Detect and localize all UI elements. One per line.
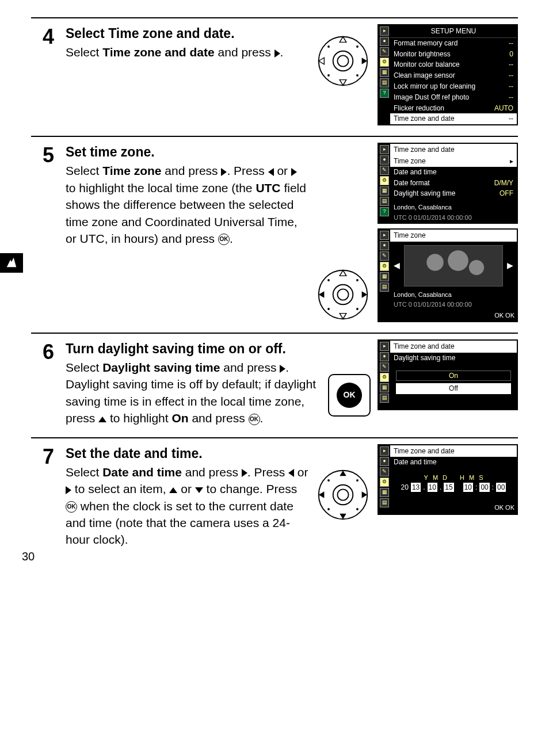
menu-row: Time zone▸ bbox=[390, 156, 517, 167]
menu-row: Format memory card-- bbox=[390, 38, 517, 49]
svg-point-8 bbox=[333, 285, 353, 305]
svg-point-11 bbox=[356, 279, 359, 281]
step-number: 5 bbox=[31, 143, 54, 322]
right-triangle-icon bbox=[242, 469, 247, 477]
menu-row: Date and time bbox=[390, 167, 517, 178]
dt-labels: YMD HMS bbox=[390, 474, 517, 482]
menu-icon: ▸ bbox=[380, 26, 389, 36]
setup-menu-screen: ▸ ● ✎ ⚙ ▦ ▤ ? SETUP MENU Format memory c… bbox=[378, 24, 518, 125]
step-title: Set time zone. bbox=[66, 143, 308, 161]
up-triangle-icon bbox=[169, 487, 177, 493]
screen-subtitle: Date and time bbox=[394, 457, 437, 467]
menu-icon: ● bbox=[380, 37, 389, 46]
dpad-all-diagram bbox=[315, 467, 371, 522]
svg-point-18 bbox=[356, 479, 359, 482]
menu-icon: ✎ bbox=[380, 47, 389, 56]
right-triangle-icon bbox=[274, 49, 280, 58]
map-right-arrow: ▶ bbox=[507, 260, 513, 272]
tz-location: London, Casablanca bbox=[390, 290, 517, 300]
svg-point-9 bbox=[337, 289, 348, 300]
screen-title: Time zone and date bbox=[394, 145, 455, 155]
step-6: 6 Turn daylight saving time on or off. S… bbox=[31, 333, 518, 437]
tz-date-rows: Time zone▸Date and timeDate formatD/M/YD… bbox=[390, 156, 517, 199]
menu-row: Lock mirror up for cleaning-- bbox=[390, 81, 517, 92]
menu-row: Monitor brightness0 bbox=[390, 49, 517, 60]
menu-row: Monitor color balance-- bbox=[390, 59, 517, 70]
world-map bbox=[404, 245, 503, 287]
menu-icon: ▤ bbox=[380, 78, 389, 87]
date-time-screen: ▸●✎ ⚙▦▤ Time zone and date Date and time… bbox=[378, 444, 518, 515]
svg-point-5 bbox=[327, 74, 330, 77]
ok-icon: OK bbox=[218, 234, 230, 245]
ok-button-diagram: OK bbox=[328, 374, 371, 417]
svg-point-1 bbox=[333, 51, 353, 71]
step-4: 4 Select Time zone and date. Select Time… bbox=[31, 17, 518, 136]
menu-icon: ? bbox=[380, 89, 389, 98]
ok-hint: OK OK bbox=[390, 502, 517, 513]
screen-title: Time zone and date bbox=[394, 446, 455, 456]
menu-row: Time zone and date-- bbox=[390, 113, 517, 124]
svg-point-20 bbox=[356, 508, 359, 510]
svg-point-16 bbox=[337, 489, 348, 500]
dt-values: 2013. 10. 15 10:00:00 bbox=[390, 483, 517, 492]
map-left-arrow: ◀ bbox=[394, 260, 400, 272]
tz-utc: UTC 0 01/01/2014 00:00:00 bbox=[390, 213, 517, 223]
svg-point-15 bbox=[333, 484, 353, 505]
menu-row: Daylight saving timeOFF bbox=[390, 188, 517, 199]
dst-option-on: On bbox=[396, 371, 511, 381]
up-triangle-icon bbox=[98, 417, 106, 422]
step-number: 6 bbox=[31, 339, 54, 427]
menu-icon: ⚙ bbox=[380, 58, 389, 67]
step-desc: Select Date and time and press . Press o… bbox=[66, 464, 308, 548]
step-desc: Select Time zone and date and press . bbox=[66, 44, 308, 60]
step-number: 7 bbox=[31, 444, 54, 548]
step-desc: Select Time zone and press . Press or to… bbox=[66, 162, 308, 247]
step-5: 5 Set time zone. Select Time zone and pr… bbox=[31, 136, 518, 333]
side-tab-icon bbox=[0, 253, 23, 273]
svg-point-3 bbox=[327, 45, 330, 48]
screen-title: SETUP MENU bbox=[390, 25, 517, 38]
svg-point-14 bbox=[319, 470, 367, 518]
screen-subtitle: Daylight saving time bbox=[394, 353, 455, 363]
screen-title: Time zone bbox=[394, 231, 426, 240]
svg-point-2 bbox=[337, 55, 348, 66]
ok-icon: OK bbox=[66, 501, 77, 513]
step-title: Set the date and time. bbox=[66, 444, 308, 463]
step-desc: Select Daylight saving time and press . … bbox=[66, 359, 321, 427]
tz-map-screen: ▸●✎ ⚙▦▤ Time zone ◀ ▶ London, Casablanca… bbox=[378, 228, 518, 322]
dpad-right-diagram bbox=[315, 33, 371, 89]
left-triangle-icon bbox=[288, 469, 294, 477]
svg-point-0 bbox=[319, 37, 367, 85]
step-number: 4 bbox=[31, 24, 54, 125]
left-triangle-icon bbox=[268, 168, 274, 176]
svg-point-19 bbox=[327, 508, 330, 510]
right-triangle-icon bbox=[291, 168, 297, 176]
svg-point-4 bbox=[356, 45, 359, 48]
tz-location: London, Casablanca bbox=[390, 203, 517, 212]
ok-icon: OK bbox=[249, 414, 260, 425]
dst-screen: ▸●✎ ⚙▦▤ Time zone and date Daylight savi… bbox=[378, 339, 518, 410]
step-7: 7 Set the date and time. Select Date and… bbox=[31, 437, 518, 559]
page-number: 30 bbox=[22, 548, 35, 564]
menu-row: Image Dust Off ref photo-- bbox=[390, 92, 517, 103]
down-triangle-icon bbox=[195, 487, 203, 493]
step-title: Turn daylight saving time on or off. bbox=[66, 339, 321, 358]
tz-utc: UTC 0 01/01/2014 00:00:00 bbox=[390, 300, 517, 310]
menu-row: Clean image sensor-- bbox=[390, 70, 517, 81]
setup-menu-rows: Format memory card--Monitor brightness0M… bbox=[390, 38, 517, 124]
dpad-lr-diagram bbox=[315, 267, 371, 322]
right-triangle-icon bbox=[66, 486, 71, 494]
screen-title: Time zone and date bbox=[394, 342, 455, 352]
step-title: Select Time zone and date. bbox=[66, 24, 308, 43]
menu-row: Flicker reductionAUTO bbox=[390, 103, 517, 114]
svg-point-12 bbox=[327, 308, 330, 310]
dst-option-off: Off bbox=[396, 383, 511, 394]
menu-row: Date formatD/M/Y bbox=[390, 178, 517, 189]
svg-point-13 bbox=[356, 308, 359, 310]
svg-point-7 bbox=[319, 270, 367, 319]
svg-point-6 bbox=[356, 74, 359, 77]
svg-point-17 bbox=[327, 479, 330, 482]
svg-point-10 bbox=[327, 279, 330, 281]
ok-hint: OK OK bbox=[390, 310, 517, 321]
right-triangle-icon bbox=[221, 168, 227, 176]
